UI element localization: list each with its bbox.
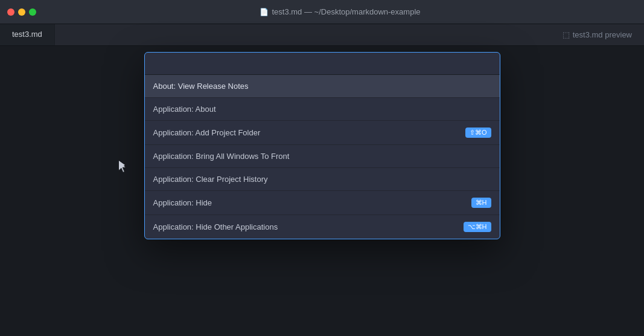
main-content: About: View Release Notes Application: A… (0, 46, 644, 336)
command-item-app-hide-other-label: Application: Hide Other Applications (153, 222, 278, 231)
command-item-app-hide-label: Application: Hide (153, 198, 212, 207)
command-item-about-release-label: About: View Release Notes (153, 82, 249, 91)
tab-preview[interactable]: ⬚ test3.md preview (550, 24, 644, 45)
tab-editor-label: test3.md (12, 30, 42, 39)
minimize-button[interactable] (18, 8, 25, 16)
shortcut-hide: ⌘H (471, 198, 491, 208)
command-item-app-bring-front[interactable]: Application: Bring All Windows To Front (145, 145, 500, 168)
command-item-app-add-project[interactable]: Application: Add Project Folder ⇧⌘O (145, 121, 500, 145)
window-title: 📄 test3.md — ~/Desktop/markdown-example (36, 7, 644, 16)
tab-preview-label: test3.md preview (573, 30, 632, 39)
command-item-app-hide[interactable]: Application: Hide ⌘H (145, 191, 500, 215)
command-item-app-clear-history-label: Application: Clear Project History (153, 175, 268, 184)
command-item-app-add-project-label: Application: Add Project Folder (153, 128, 261, 137)
search-input[interactable] (145, 53, 500, 74)
search-bar (145, 53, 500, 75)
command-item-app-bring-front-label: Application: Bring All Windows To Front (153, 152, 290, 161)
command-item-app-about[interactable]: Application: About (145, 98, 500, 121)
file-icon: 📄 (260, 8, 269, 16)
shortcut-add-project: ⇧⌘O (465, 128, 491, 138)
traffic-lights (0, 8, 36, 16)
close-button[interactable] (7, 8, 14, 16)
shortcut-hide-other: ⌥⌘H (464, 222, 491, 232)
command-list[interactable]: About: View Release Notes Application: A… (145, 75, 500, 239)
maximize-button[interactable] (29, 8, 36, 16)
overlay: About: View Release Notes Application: A… (0, 46, 644, 336)
command-item-app-clear-history[interactable]: Application: Clear Project History (145, 168, 500, 191)
tab-editor[interactable]: test3.md (0, 24, 55, 45)
command-item-app-about-label: Application: About (153, 105, 216, 114)
preview-icon: ⬚ (563, 30, 570, 39)
tabs-area: test3.md ⬚ test3.md preview (0, 24, 644, 46)
command-item-app-hide-other[interactable]: Application: Hide Other Applications ⌥⌘H (145, 215, 500, 239)
title-text: test3.md — ~/Desktop/markdown-example (272, 7, 420, 16)
command-palette: About: View Release Notes Application: A… (144, 52, 500, 239)
command-item-about-release[interactable]: About: View Release Notes (145, 75, 500, 98)
title-bar: 📄 test3.md — ~/Desktop/markdown-example (0, 0, 644, 24)
